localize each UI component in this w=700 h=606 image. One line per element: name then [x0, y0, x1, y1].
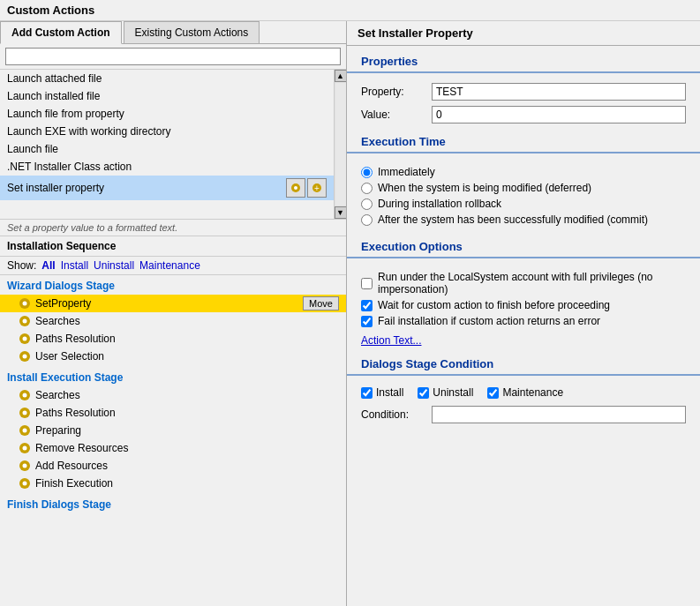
item-label: Searches	[35, 389, 80, 401]
stage-item-add-resources[interactable]: Add Resources	[0, 457, 346, 475]
check-install-input[interactable]	[361, 387, 373, 399]
value-input[interactable]	[432, 106, 686, 123]
tabs-bar: Add Custom Action Existing Custom Action…	[0, 21, 346, 44]
svg-point-21	[23, 464, 27, 468]
item-label: Paths Resolution	[35, 407, 116, 419]
item-label: Preparing	[35, 424, 81, 437]
item-label: SetProperty	[35, 297, 91, 310]
execution-options-checkboxes: Run under the LocalSystem account with f…	[347, 266, 700, 333]
list-scrollbar[interactable]: ▲ ▼	[334, 70, 346, 219]
search-input[interactable]	[5, 48, 341, 65]
stage-item-remove-resources[interactable]: Remove Resources	[0, 439, 346, 457]
radio-immediately-label: Immediately	[378, 166, 435, 178]
svg-point-19	[23, 446, 27, 451]
stage-item-paths-wizard[interactable]: Paths Resolution	[0, 330, 346, 348]
item-label: Paths Resolution	[35, 333, 116, 345]
item-label: Searches	[35, 315, 80, 327]
radio-immediately-input[interactable]	[361, 167, 373, 178]
svg-point-15	[23, 411, 27, 415]
check-localsystem: Run under the LocalSystem account with f…	[361, 269, 686, 297]
edit-icon[interactable]	[286, 178, 305, 198]
check-maintenance-input[interactable]	[487, 387, 499, 399]
scroll-track	[335, 83, 346, 206]
svg-text:+: +	[314, 183, 320, 193]
stage-label-install: Install Execution Stage	[0, 369, 346, 386]
radio-commit-input[interactable]	[361, 214, 373, 226]
radio-immediately: Immediately	[361, 164, 686, 180]
property-input[interactable]	[432, 83, 686, 101]
check-wait-input[interactable]	[361, 300, 373, 311]
stage-item-paths-install[interactable]: Paths Resolution	[0, 404, 346, 422]
show-uninstall[interactable]: Uninstall	[94, 259, 134, 272]
value-label: Value:	[361, 108, 432, 121]
check-wait-label: Wait for custom action to finish before …	[378, 299, 610, 311]
stage-item-searches-wizard[interactable]: Searches	[0, 312, 346, 330]
list-item[interactable]: .NET Installer Class action	[0, 158, 334, 176]
tab-add-custom-action[interactable]: Add Custom Action	[0, 21, 122, 44]
list-item-selected[interactable]: Set installer property +	[0, 176, 334, 200]
sequence-section: Installation Sequence Show: All Install …	[0, 236, 346, 606]
add-icon[interactable]: +	[307, 178, 327, 198]
svg-point-23	[23, 482, 27, 486]
left-panel: Add Custom Action Existing Custom Action…	[0, 21, 347, 606]
svg-point-5	[23, 302, 27, 306]
radio-rollback-input[interactable]	[361, 198, 373, 210]
value-row: Value:	[347, 103, 700, 126]
scroll-up[interactable]: ▲	[335, 70, 347, 82]
show-label: Show:	[7, 259, 36, 272]
remove-resources-icon	[18, 441, 32, 455]
stage-finish-dialogs: Finish Dialogs Stage	[0, 494, 346, 515]
radio-rollback: During installation rollback	[361, 196, 686, 212]
check-fail-input[interactable]	[361, 316, 373, 327]
list-item[interactable]: Launch attached file	[0, 70, 334, 87]
radio-deferred-input[interactable]	[361, 183, 373, 194]
main-window: Custom Actions Add Custom Action Existin…	[0, 0, 700, 606]
content-area: Add Custom Action Existing Custom Action…	[0, 21, 700, 606]
paths-wizard-icon	[18, 332, 32, 346]
list-item-label: Set installer property	[7, 182, 104, 194]
show-install[interactable]: Install	[61, 259, 88, 272]
check-maintenance-condition: Maintenance	[487, 386, 563, 399]
list-item[interactable]: Launch installed file	[0, 87, 334, 105]
search-box-container	[0, 44, 346, 70]
stage-item-setproperty[interactable]: SetProperty Move	[0, 295, 346, 312]
show-maintenance[interactable]: Maintenance	[139, 259, 200, 272]
condition-input[interactable]	[432, 406, 686, 423]
radio-commit: After the system has been successfully m…	[361, 212, 686, 228]
action-description: Set a property value to a formatted text…	[7, 222, 339, 233]
stage-wizard-dialogs: Wizard Dialogs Stage SetProperty Move Se…	[0, 275, 346, 367]
check-uninstall-input[interactable]	[418, 387, 429, 399]
radio-rollback-label: During installation rollback	[378, 198, 501, 210]
action-list-container: Launch attached file Launch installed fi…	[0, 70, 346, 220]
check-localsystem-input[interactable]	[361, 278, 373, 289]
stage-label-wizard: Wizard Dialogs Stage	[0, 277, 346, 295]
svg-point-7	[23, 319, 27, 324]
radio-commit-label: After the system has been successfully m…	[378, 213, 648, 226]
condition-checkboxes-row: Install Uninstall Maintenance	[347, 383, 700, 402]
move-button[interactable]: Move	[303, 296, 339, 310]
action-list: Launch attached file Launch installed fi…	[0, 70, 334, 200]
stage-item-searches-install[interactable]: Searches	[0, 386, 346, 404]
check-fail-label: Fail installation if custom action retur…	[378, 315, 600, 327]
stage-label-finish: Finish Dialogs Stage	[0, 496, 346, 513]
check-localsystem-label: Run under the LocalSystem account with f…	[378, 271, 686, 296]
item-label: Add Resources	[35, 460, 108, 472]
execution-options-header: Execution Options	[347, 231, 700, 258]
property-label: Property:	[361, 86, 432, 98]
tab-existing-custom-actions[interactable]: Existing Custom Actions	[124, 21, 260, 44]
list-item[interactable]: Launch file	[0, 140, 334, 158]
action-text-link[interactable]: Action Text...	[347, 333, 700, 348]
finish-execution-icon	[18, 476, 32, 490]
list-item[interactable]: Launch EXE with working directory	[0, 123, 334, 140]
property-row: Property:	[347, 80, 700, 103]
svg-point-13	[23, 393, 27, 398]
stage-item-finish-execution[interactable]: Finish Execution	[0, 475, 346, 492]
dialogs-stage-condition-header: Dialogs Stage Condition	[347, 348, 700, 376]
stage-item-user-selection[interactable]: User Selection	[0, 348, 346, 365]
stage-item-preparing[interactable]: Preparing	[0, 422, 346, 439]
list-item[interactable]: Launch file from property	[0, 105, 334, 123]
scroll-down[interactable]: ▼	[335, 206, 347, 219]
radio-deferred: When the system is being modified (defer…	[361, 180, 686, 196]
add-resources-icon	[18, 459, 32, 473]
show-all[interactable]: All	[41, 259, 55, 272]
